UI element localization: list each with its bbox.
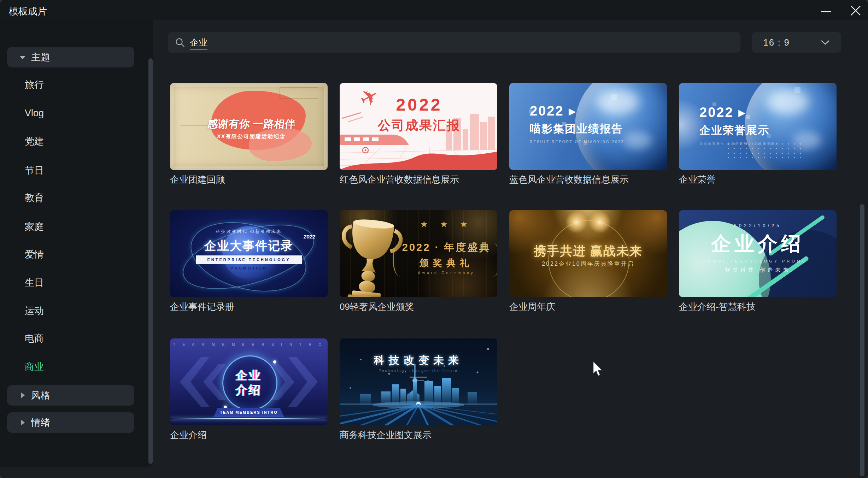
template-thumbnail[interactable]: 科技改变时代 创新引领未来 2022 企业大事件记录 ENTERPRISE TE… (170, 210, 328, 297)
thumb-text: 颁奖典礼 (395, 257, 497, 269)
template-card: 2022/10/25 企业介绍 COOL TECHNOLOGY PROMO 智慧… (679, 210, 837, 316)
template-card: ✈ 2022 公司成果汇报 红色风企业营收数据信息展示 (340, 83, 497, 189)
thumb-text: 智慧科技 创造未来 (679, 267, 837, 273)
thumb-text: 喵影集团业绩报告 (530, 122, 624, 136)
thumb-text: 企业介绍 (679, 231, 837, 258)
sidebar-item-love[interactable]: 爱情 (25, 247, 44, 261)
sidebar-section-label: 主题 (31, 47, 50, 67)
search-input[interactable]: 企业 (168, 32, 740, 53)
chevron-down-icon (20, 56, 25, 59)
sidebar-item-vlog[interactable]: Vlog (25, 106, 44, 120)
thumb-text: 科技改变未来 (340, 353, 497, 368)
thumb-text: 企业荣誉展示 (699, 123, 780, 138)
template-title: 红色风企业营收数据信息展示 (340, 173, 459, 186)
thumb-text: RESULT REPORT OF MIAOYING 2022 (530, 140, 624, 144)
template-thumbnail[interactable]: 感谢有你 一路相伴 XX有限公司团建活动纪念 (170, 83, 328, 170)
glow-light (565, 211, 588, 234)
template-title: 企业荣誉 (679, 173, 716, 186)
template-thumbnail[interactable]: 携手共进 赢战未来 2022企业10周年庆典隆重开启 (509, 210, 667, 297)
play-icon: ▶ (738, 107, 746, 118)
template-title: 企业事件记录册 (170, 301, 234, 313)
thumb-text: 携手共进 赢战未来 (509, 243, 667, 259)
template-title: 09轻奢风企业颁奖 (340, 301, 414, 313)
content-scrollbar[interactable] (860, 204, 864, 476)
template-thumbnail[interactable]: 2022 ▶ 企业荣誉展示 企业荣誉展示 企业荣誉展示 企业荣誉展示 (679, 83, 837, 170)
sidebar-section-style[interactable]: 风格 (7, 385, 134, 406)
titlebar: 模板成片 (0, 0, 868, 20)
stars-icon: ★ ★ ★ (395, 219, 497, 229)
sidebar-item-party[interactable]: 党建 (25, 134, 44, 148)
horizon-glow (170, 418, 328, 419)
template-card: 2022 ▶ 喵影集团业绩报告 RESULT REPORT OF MIAOYIN… (509, 83, 667, 189)
thumb-text: 企业大事件记录 (170, 238, 328, 254)
search-icon (175, 37, 186, 48)
thumb-text: XX有限公司团建活动纪念 (191, 133, 312, 140)
thumb-text: 介绍 (170, 382, 328, 398)
sidebar-item-business[interactable]: 商业 (25, 360, 44, 374)
template-title: 商务科技企业图文展示 (340, 429, 432, 441)
sidebar-item-education[interactable]: 教育 (25, 191, 44, 205)
template-card: 感谢有你 一路相伴 XX有限公司团建活动纪念 企业团建回顾 (170, 83, 328, 189)
aspect-ratio-value: 16 : 9 (763, 32, 790, 53)
dot-grid (726, 142, 802, 160)
minimize-icon (818, 3, 834, 18)
thumb-text: 感谢有你 一路相伴 (190, 117, 312, 131)
search-query-text: 企业 (190, 37, 207, 49)
template-card: 2022 ▶ 企业荣誉展示 企业荣誉展示 企业荣誉展示 企业荣誉展示 企业荣誉 (679, 83, 837, 189)
template-thumbnail[interactable]: 科技改变未来 Technology changes the future (340, 338, 497, 425)
thumb-text: 企业 (170, 368, 328, 384)
thumb-text: Technology changes the future (340, 369, 497, 373)
chevron-right-icon (21, 420, 25, 425)
thumb-text: 2022 (371, 95, 467, 114)
glow-light (588, 211, 611, 234)
thumb-text: ENTERPRISE TECHNOLOGY PROMOTION (196, 255, 302, 264)
template-thumbnail[interactable]: T E A M M E M B E R S I N T R O 企业 介绍 TE… (170, 338, 328, 425)
template-thumbnail[interactable]: 2022/10/25 企业介绍 COOL TECHNOLOGY PROMO 智慧… (679, 210, 837, 297)
template-picker-window: 模板成片 主题 旅行 Vlog 党建 节日 教育 家庭 爱情 生日 运动 电商 … (0, 0, 868, 478)
close-button[interactable] (848, 3, 864, 18)
thumb-text: 2022 · 年度盛典 (395, 241, 497, 255)
chevron-down-icon (820, 39, 831, 46)
template-card: 科技改变未来 Technology changes the future 商务科… (340, 338, 497, 444)
thumb-text: TEAM MEMBERS INTRO (213, 408, 284, 417)
thumb-text: T E A M M E M B E R S I N T R O (170, 343, 328, 347)
sidebar-item-birthday[interactable]: 生日 (25, 276, 44, 290)
template-card: 携手共进 赢战未来 2022企业10周年庆典隆重开启 企业周年庆 (509, 210, 667, 316)
thumb-text: Award Ceremony (395, 271, 497, 275)
thumb-text: 2022 (530, 104, 564, 118)
template-card: ★ ★ ★ 2022 · 年度盛典 颁奖典礼 Award Ceremony 09… (340, 210, 497, 316)
template-title: 蓝色风企业营收数据信息展示 (509, 173, 629, 186)
window-title: 模板成片 (9, 5, 47, 18)
thumb-text: COOL TECHNOLOGY PROMO (679, 259, 837, 263)
sidebar-item-sports[interactable]: 运动 (25, 304, 44, 318)
thumb-text: 2022/10/25 (679, 223, 837, 228)
template-title: 企业团建回顾 (170, 173, 225, 186)
sidebar-section-theme[interactable]: 主题 (7, 47, 134, 67)
minimize-button[interactable] (818, 3, 834, 18)
template-title: 企业介绍 (170, 429, 207, 441)
thumb-text: 2022企业10周年庆典隆重开启 (509, 260, 667, 268)
template-card: T E A M M E M B E R S I N T R O 企业 介绍 TE… (170, 338, 328, 444)
template-title: 企业周年庆 (509, 301, 555, 313)
sidebar-item-ecommerce[interactable]: 电商 (25, 331, 44, 346)
mouse-cursor (592, 361, 603, 378)
template-card: 科技改变时代 创新引领未来 2022 企业大事件记录 ENTERPRISE TE… (170, 210, 328, 316)
template-title: 企业介绍-智慧科技 (679, 301, 756, 313)
template-thumbnail[interactable]: ✈ 2022 公司成果汇报 (340, 83, 497, 170)
sidebar-section-label: 风格 (31, 385, 50, 406)
template-thumbnail[interactable]: 2022 ▶ 喵影集团业绩报告 RESULT REPORT OF MIAOYIN… (509, 83, 667, 170)
template-thumbnail[interactable]: ★ ★ ★ 2022 · 年度盛典 颁奖典礼 Award Ceremony (340, 210, 497, 297)
play-icon: ▶ (569, 106, 577, 117)
thumb-text: 2022 (699, 105, 734, 120)
chevron-right-icon (21, 393, 25, 398)
aspect-ratio-select[interactable]: 16 : 9 (752, 32, 841, 53)
sidebar-item-travel[interactable]: 旅行 (25, 78, 44, 92)
sidebar: 主题 旅行 Vlog 党建 节日 教育 家庭 爱情 生日 运动 电商 商业 风格… (0, 20, 153, 467)
sidebar-scrollbar[interactable] (148, 58, 153, 464)
sidebar-item-festival[interactable]: 节日 (25, 163, 44, 177)
sidebar-item-family[interactable]: 家庭 (25, 220, 44, 234)
tech-city-art (340, 338, 497, 425)
close-icon (848, 3, 864, 18)
sidebar-section-emotion[interactable]: 情绪 (7, 412, 134, 433)
thumb-text: 公司成果汇报 (364, 117, 474, 134)
